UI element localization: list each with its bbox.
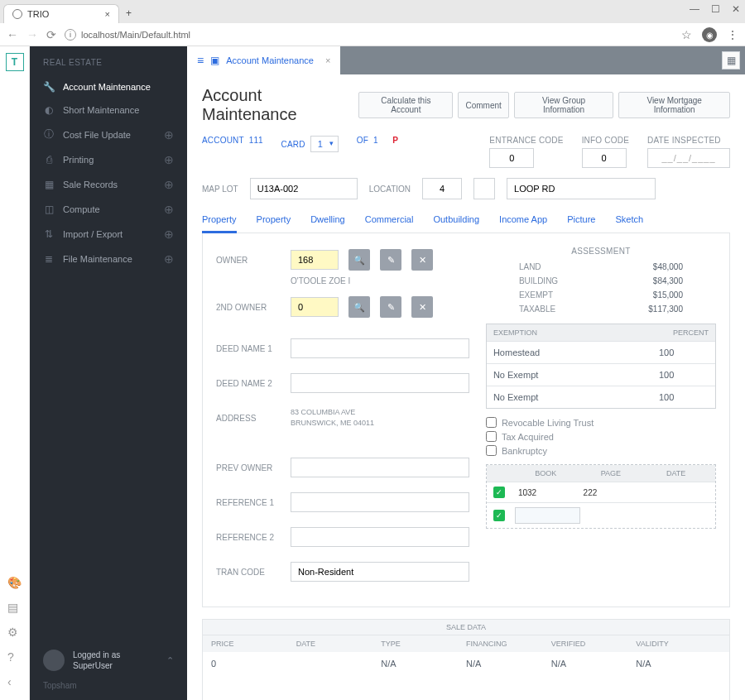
tran-code-input[interactable] (291, 562, 469, 582)
browser-tab[interactable]: TRIO × (3, 4, 119, 23)
grid-icon[interactable]: ▦ (722, 51, 740, 70)
revocable-trust-checkbox[interactable]: Revocable Living Trust (486, 417, 716, 428)
street-input[interactable] (507, 178, 656, 199)
sidebar-item-compute[interactable]: ◫Compute⊕ (30, 197, 187, 222)
exemption-row[interactable]: No Exempt100 (487, 386, 715, 408)
sale-row[interactable]: 0 N/A N/A N/A N/A (203, 652, 729, 675)
owner-edit-button[interactable]: ✎ (380, 249, 401, 271)
tax-acquired-checkbox[interactable]: Tax Acquired (486, 431, 716, 442)
maplot-input[interactable] (250, 178, 358, 199)
date-inspected-input[interactable] (647, 148, 730, 168)
collapse-icon[interactable]: ‹ (7, 675, 22, 688)
printer-icon: ⎙ (43, 154, 55, 165)
sidebar-item-sale-records[interactable]: ▦Sale Records⊕ (30, 172, 187, 197)
bankruptcy-checkbox[interactable]: Bankruptcy (486, 445, 716, 456)
expand-icon[interactable]: ⊕ (164, 228, 174, 241)
address-bar[interactable]: i localhost/Main/Default.html (65, 29, 673, 41)
site-info-icon[interactable]: i (65, 29, 76, 41)
assess-building-label: BUILDING (519, 276, 623, 285)
info-code-input[interactable] (582, 148, 627, 168)
profile-icon[interactable]: ◉ (702, 27, 717, 42)
location-unit-input[interactable] (473, 178, 495, 199)
comment-button[interactable]: Comment (458, 92, 508, 118)
location-num-input[interactable] (422, 178, 462, 199)
bpd-row[interactable]: ✓ 1032 222 (487, 482, 715, 502)
new-tab-button[interactable]: + (119, 3, 138, 23)
date-inspected-label: DATE INSPECTED (647, 136, 730, 145)
tab-dwelling[interactable]: Dwelling (310, 208, 345, 233)
tab-income-app[interactable]: Income App (499, 208, 547, 233)
info-icon: ⓘ (43, 127, 55, 141)
owner2-input[interactable] (291, 297, 339, 317)
exemption-row[interactable]: No Exempt100 (487, 363, 715, 386)
tab-title: TRIO (27, 9, 49, 19)
exemption-row[interactable]: Homestead100 (487, 341, 715, 363)
owner2-edit-button[interactable]: ✎ (380, 296, 401, 318)
clipboard-icon[interactable]: ▤ (7, 601, 22, 614)
back-icon[interactable]: ← (7, 28, 18, 41)
close-tab-icon[interactable]: × (105, 9, 110, 19)
ref1-input[interactable] (291, 492, 469, 512)
bpd-book-input[interactable] (515, 507, 580, 524)
user-block[interactable]: Logged in as SuperUser ⌃ (30, 640, 187, 681)
check-icon[interactable]: ✓ (493, 510, 505, 521)
expand-icon[interactable]: ⊕ (164, 128, 174, 141)
document-tab[interactable]: ≡ ▣ Account Maintenance × (187, 46, 340, 74)
tab-picture[interactable]: Picture (567, 208, 595, 233)
reload-icon[interactable]: ⟳ (46, 28, 56, 41)
sidebar-item-short-maintenance[interactable]: ◐Short Maintenance (30, 98, 187, 122)
tab-commercial[interactable]: Commercial (365, 208, 414, 233)
check-icon[interactable]: ✓ (493, 487, 505, 498)
sidebar-item-import-export[interactable]: ⇅Import / Export⊕ (30, 222, 187, 247)
prev-owner-input[interactable] (291, 458, 469, 477)
close-doc-icon[interactable]: × (325, 55, 330, 65)
calculate-account-button[interactable]: Calculate this Account (358, 92, 453, 118)
wrench-icon: 🔧 (43, 81, 55, 93)
tab-outbuilding[interactable]: Outbuilding (433, 208, 479, 233)
expand-icon[interactable]: ⊕ (164, 178, 174, 191)
owner2-clear-button[interactable]: ✕ (411, 296, 433, 318)
chevron-up-icon: ⌃ (166, 655, 174, 666)
circle-icon: ◐ (43, 104, 55, 116)
view-group-info-button[interactable]: View Group Information (514, 92, 614, 118)
palette-icon[interactable]: 🎨 (7, 576, 22, 589)
window-minimize-icon[interactable]: — (690, 3, 699, 15)
owner-input[interactable] (291, 250, 339, 270)
tab-property-1[interactable]: Property (202, 208, 237, 233)
sidebar-item-file-maintenance[interactable]: ≣File Maintenance⊕ (30, 247, 187, 271)
window-close-icon[interactable]: ✕ (732, 3, 740, 15)
help-icon[interactable]: ? (7, 650, 22, 664)
doc-tab-title: Account Maintenance (226, 55, 314, 65)
deed1-input[interactable] (291, 338, 469, 358)
globe-icon (12, 9, 22, 19)
view-mortgage-info-button[interactable]: View Mortgage Information (618, 92, 730, 118)
sidebar-item-printing[interactable]: ⎙Printing⊕ (30, 147, 187, 172)
tab-property-2[interactable]: Property (257, 208, 291, 233)
of-label: OF (357, 136, 368, 145)
sidebar-item-cost-file-update[interactable]: ⓘCost File Update⊕ (30, 122, 187, 147)
window-maximize-icon[interactable]: ☐ (711, 3, 720, 15)
owner-search-button[interactable]: 🔍 (348, 249, 370, 271)
deed2-input[interactable] (291, 373, 469, 393)
expand-icon[interactable]: ⊕ (164, 252, 174, 266)
card-select[interactable]: 1 (310, 136, 339, 152)
gear-icon[interactable]: ⚙ (7, 626, 22, 639)
menu-icon[interactable]: ≡ (197, 54, 204, 67)
entrance-code-input[interactable] (489, 148, 534, 168)
star-icon[interactable]: ☆ (681, 28, 692, 41)
expand-icon[interactable]: ⊕ (164, 153, 174, 166)
forward-icon[interactable]: → (26, 28, 38, 41)
ref2-input[interactable] (291, 527, 469, 547)
browser-menu-icon[interactable]: ⋮ (727, 28, 738, 41)
tab-sketch[interactable]: Sketch (615, 208, 643, 233)
prev-owner-label: PREV OWNER (216, 463, 281, 472)
owner2-search-button[interactable]: 🔍 (348, 296, 370, 318)
assess-exempt-value: $15,000 (648, 290, 683, 300)
owner2-label: 2ND OWNER (216, 303, 281, 312)
owner-clear-button[interactable]: ✕ (411, 249, 433, 271)
assess-land-value: $48,000 (648, 262, 683, 271)
sidebar-item-account-maintenance[interactable]: 🔧Account Maintenance (30, 75, 187, 98)
app-logo[interactable]: T (6, 53, 24, 71)
expand-icon[interactable]: ⊕ (164, 203, 174, 216)
bpd-row[interactable]: ✓ (487, 502, 715, 528)
